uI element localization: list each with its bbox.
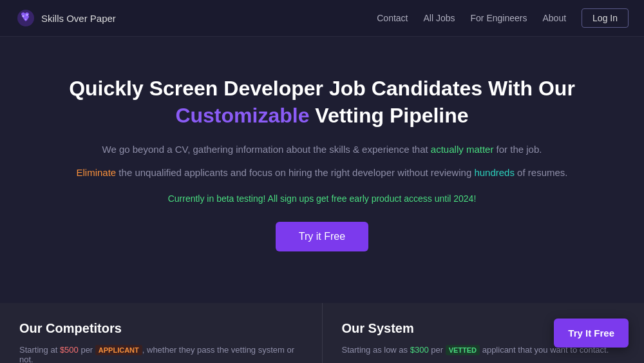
competitors-title: Our Competitors — [19, 321, 303, 336]
competitors-col: Our Competitors Starting at $500 per APP… — [0, 303, 323, 363]
svg-point-2 — [26, 14, 28, 16]
svg-point-1 — [23, 15, 24, 17]
navbar: Skills Over Paper Contact All Jobs For E… — [0, 0, 644, 37]
hero-subtitle-2: Eliminate the unqualified applicants and… — [26, 165, 618, 181]
brain-icon — [15, 8, 36, 28]
hero-subtitle-1: We go beyond a CV, gathering information… — [26, 142, 618, 157]
nav-contact[interactable]: Contact — [377, 13, 408, 23]
login-button[interactable]: Log In — [582, 8, 629, 28]
svg-point-3 — [25, 19, 26, 20]
comparison-section: Our Competitors Starting at $500 per APP… — [0, 303, 644, 363]
beta-notice: Currently in beta testing! All sign ups … — [26, 193, 618, 204]
hero-cta-button[interactable]: Try it Free — [276, 222, 368, 251]
nav-about[interactable]: About — [542, 13, 566, 23]
brand: Skills Over Paper — [15, 8, 116, 28]
brand-name: Skills Over Paper — [41, 13, 116, 24]
nav-for-engineers[interactable]: For Engineers — [471, 13, 527, 23]
hero-title: Quickly Screen Developer Job Candidates … — [26, 75, 618, 129]
hero-section: Quickly Screen Developer Job Candidates … — [0, 37, 644, 303]
competitors-subtitle: Starting at $500 per APPLICANT, whether … — [19, 345, 303, 363]
nav-all-jobs[interactable]: All Jobs — [424, 13, 455, 23]
floating-cta-button[interactable]: Try It Free — [554, 319, 629, 348]
nav-links: Contact All Jobs For Engineers About Log… — [377, 8, 629, 28]
